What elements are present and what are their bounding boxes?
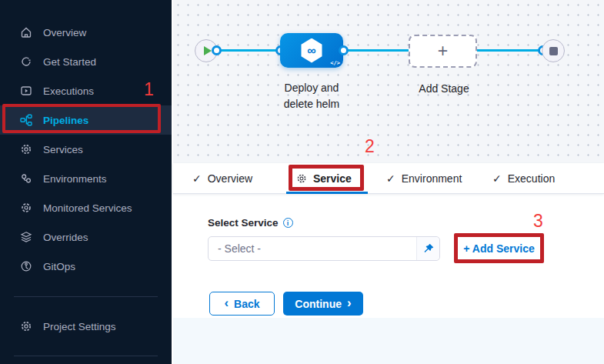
sidebar-item-services[interactable]: Services <box>0 135 172 164</box>
info-icon[interactable]: i <box>283 218 293 228</box>
tab-execution[interactable]: ✓ Execution <box>492 163 555 194</box>
tab-service[interactable]: Service <box>296 163 352 194</box>
sidebar-item-overrides[interactable]: Overrides <box>0 222 172 252</box>
layers-icon <box>20 231 32 243</box>
code-toggle-icon[interactable]: </> <box>330 60 340 66</box>
page-footer-area <box>173 318 604 364</box>
add-stage-button[interactable]: + <box>409 35 477 68</box>
pipeline-end-node[interactable] <box>542 39 565 62</box>
add-service-area: + Add Service <box>454 233 544 263</box>
gear-icon <box>296 173 307 184</box>
chevron-left-icon: ‹ <box>224 296 229 309</box>
sidebar-item-overview[interactable]: Overview <box>0 18 172 47</box>
tab-label: Service <box>313 172 352 185</box>
pipeline-canvas[interactable]: ∞ </> + Deploy and delete helm Add Stage… <box>173 0 604 163</box>
pipelines-icon <box>20 114 32 126</box>
check-icon: ✓ <box>492 172 502 185</box>
sidebar-item-environments[interactable]: Environments <box>0 164 172 193</box>
gear-icon <box>20 320 32 332</box>
app-window: Overview Get Started Executions Pipeline… <box>0 0 604 364</box>
back-button[interactable]: ‹ Back <box>209 292 275 316</box>
annotation-digit-3: 3 <box>533 211 543 232</box>
sidebar-item-label: Environments <box>43 173 107 185</box>
stage-name-label: Deploy and delete helm <box>262 80 362 112</box>
gitops-icon <box>20 260 32 272</box>
tab-label: Overview <box>208 172 252 185</box>
pipeline-connector-line <box>206 49 553 52</box>
play-icon <box>204 46 212 55</box>
environments-icon <box>20 172 32 185</box>
select-service-label: Select Service i <box>208 217 293 229</box>
selected-tab-underline <box>286 192 368 194</box>
service-select-placeholder: - Select - <box>209 237 416 260</box>
sidebar-item-monitored-services[interactable]: Monitored Services <box>0 193 172 222</box>
plus-icon: + <box>438 42 448 60</box>
tab-label: Environment <box>402 172 462 185</box>
chevron-right-icon: › <box>347 296 352 309</box>
service-select[interactable]: - Select - <box>208 236 440 261</box>
sidebar-item-executions[interactable]: Executions <box>0 76 172 105</box>
monitored-services-icon <box>20 202 32 214</box>
stage-node-deploy-helm[interactable]: ∞ </> <box>280 33 343 68</box>
service-tab-content: Select Service i - Select - + Add Servic… <box>173 194 604 318</box>
connector-dot <box>339 45 349 55</box>
connector-dot <box>212 45 222 55</box>
add-stage-label: Add Stage <box>398 82 490 95</box>
add-service-button[interactable]: + Add Service <box>463 242 534 255</box>
sidebar-item-label: Get Started <box>43 56 96 68</box>
sidebar-item-label: GitOps <box>43 261 75 272</box>
sidebar-item-label: Services <box>43 144 83 155</box>
sidebar-item-label: Overview <box>43 27 86 38</box>
stage-tabbar: ✓ Overview Service ✓ Environment ✓ Execu… <box>173 163 604 194</box>
sidebar-nav: Overview Get Started Executions Pipeline… <box>0 18 172 356</box>
pin-icon[interactable] <box>416 237 439 260</box>
sidebar-divider <box>14 296 158 297</box>
annotation-digit-2: 2 <box>365 136 375 157</box>
gear-icon <box>20 143 32 155</box>
sidebar-item-pipelines[interactable]: Pipelines <box>0 105 172 135</box>
tab-label: Execution <box>508 172 555 185</box>
check-icon: ✓ <box>192 172 202 185</box>
cd-stage-icon: ∞ <box>300 38 323 63</box>
sidebar-item-label: Project Settings <box>43 321 116 332</box>
sidebar-item-label: Overrides <box>43 232 88 243</box>
sidebar: Overview Get Started Executions Pipeline… <box>0 0 173 364</box>
sidebar-item-label: Executions <box>43 85 94 97</box>
stop-icon <box>549 47 558 55</box>
get-started-icon <box>20 55 32 68</box>
sidebar-item-get-started[interactable]: Get Started <box>0 47 172 76</box>
main-area: ∞ </> + Deploy and delete helm Add Stage… <box>173 0 604 364</box>
sidebar-item-label: Monitored Services <box>43 202 132 214</box>
home-icon <box>20 26 32 38</box>
sidebar-divider <box>14 356 158 356</box>
tab-overview[interactable]: ✓ Overview <box>192 163 252 194</box>
check-icon: ✓ <box>386 172 395 185</box>
sidebar-item-label: Pipelines <box>43 115 88 126</box>
executions-icon <box>20 85 32 97</box>
tab-environment[interactable]: ✓ Environment <box>386 163 462 194</box>
sidebar-item-gitops[interactable]: GitOps <box>0 252 172 281</box>
continue-button[interactable]: Continue › <box>283 292 363 316</box>
sidebar-item-project-settings[interactable]: Project Settings <box>0 312 172 341</box>
